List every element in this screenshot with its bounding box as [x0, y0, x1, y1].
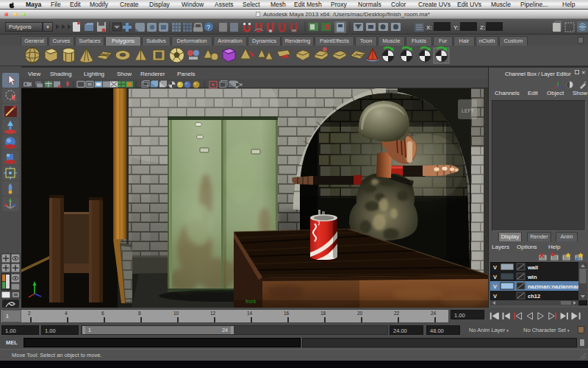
svg-text:ch12: ch12 — [528, 293, 540, 300]
svg-text:V: V — [493, 274, 497, 280]
svg-text:Y:: Y: — [453, 24, 459, 31]
svg-text:Z:: Z: — [480, 24, 486, 31]
svg-text:front: front — [245, 299, 256, 304]
svg-text:LEFT: LEFT — [462, 108, 475, 113]
svg-text:naziman:nazianman: naziman:nazianman — [528, 283, 581, 290]
svg-text:V: V — [493, 264, 497, 271]
svg-text:V: V — [493, 283, 497, 290]
svg-text:wall: wall — [527, 264, 538, 271]
svg-text:V: V — [493, 293, 497, 300]
svg-text:win: win — [527, 274, 537, 280]
svg-text:?: ? — [207, 24, 210, 31]
svg-text:X:: X: — [426, 24, 432, 31]
